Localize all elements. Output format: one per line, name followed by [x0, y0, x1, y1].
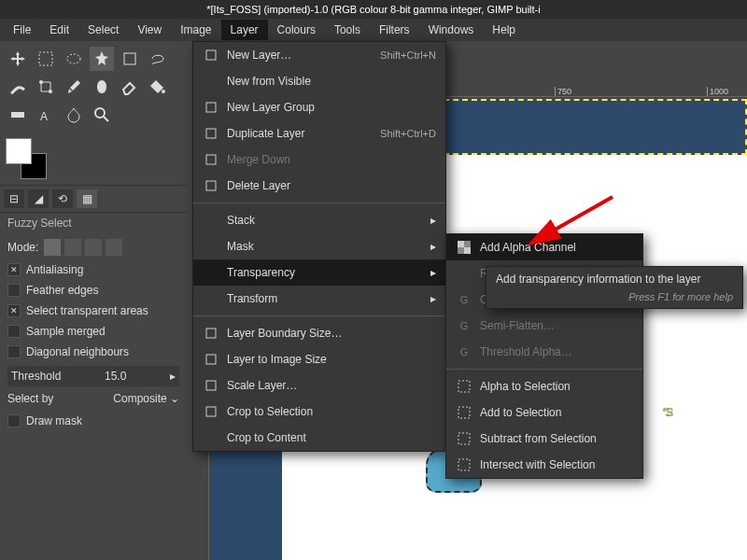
menu-edit[interactable]: Edit: [40, 20, 78, 40]
layer-item-new-layer-group[interactable]: New Layer Group: [193, 94, 445, 120]
rect-select-tool[interactable]: [34, 47, 58, 71]
layer-item-layer-boundary-size-[interactable]: Layer Boundary Size…: [193, 320, 445, 346]
menu-label: New from Visible: [227, 75, 436, 88]
svg-rect-25: [458, 459, 470, 470]
mode-row: Mode:: [7, 235, 179, 259]
menu-icon: [456, 456, 472, 473]
menu-label: Intersect with Selection: [480, 458, 633, 471]
fuzzy-select-tool[interactable]: [90, 47, 114, 71]
menu-icon: [203, 290, 219, 307]
text-tool[interactable]: A: [34, 103, 58, 127]
layer-item-mask[interactable]: Mask▸: [193, 233, 445, 259]
layer-item-scale-layer-[interactable]: Scale Layer…: [193, 372, 445, 399]
layer-item-transparency[interactable]: Transparency▸: [193, 259, 445, 286]
svg-rect-20: [458, 241, 464, 247]
mode-replace[interactable]: [44, 239, 61, 256]
toolbox: A ⊟ ◢ ⟲ ▦ Fuzzy Select Mode: Antialiasin…: [0, 41, 187, 435]
mode-sub[interactable]: [85, 239, 102, 256]
tab-tool[interactable]: ◢: [28, 189, 49, 208]
layer-item-transform[interactable]: Transform▸: [193, 286, 445, 312]
zoom-tool[interactable]: [90, 103, 114, 127]
diagonal-checkbox[interactable]: [7, 345, 21, 358]
menu-icon: [203, 325, 219, 342]
menu-file[interactable]: File: [4, 20, 40, 40]
paintbrush-tool[interactable]: [62, 75, 86, 99]
feather-checkbox[interactable]: [7, 284, 21, 297]
menu-colours[interactable]: Colours: [268, 20, 325, 40]
svg-rect-14: [206, 181, 216, 190]
menu-view[interactable]: View: [128, 20, 171, 40]
drawmask-checkbox[interactable]: [7, 414, 21, 427]
trans-separator: [446, 369, 642, 370]
sample-merged-row[interactable]: Sample merged: [7, 321, 179, 342]
svg-rect-11: [206, 103, 216, 112]
tool-options: Fuzzy Select Mode: Antialiasing Feather …: [0, 212, 187, 435]
layer-item-merge-down: Merge Down: [193, 147, 445, 173]
ellipse-select-tool[interactable]: [62, 47, 86, 71]
color-swatches[interactable]: [6, 138, 47, 179]
gradient-tool[interactable]: [6, 103, 30, 127]
svg-rect-0: [39, 52, 52, 65]
layer-item-new-from-visible[interactable]: New from Visible: [193, 68, 445, 94]
layer-item-crop-to-selection[interactable]: Crop to Selection: [193, 399, 445, 425]
menu-select[interactable]: Select: [78, 20, 128, 40]
trans-item-alpha-to-selection[interactable]: Alpha to Selection: [446, 373, 642, 399]
select-trans-label: Select transparent areas: [26, 304, 148, 317]
warp-tool[interactable]: [6, 75, 30, 99]
menu-icon: [203, 47, 219, 63]
svg-rect-23: [458, 407, 470, 418]
select-trans-checkbox[interactable]: [7, 304, 21, 317]
menu-layer[interactable]: Layer: [221, 20, 268, 40]
trans-item-intersect-with-selection[interactable]: Intersect with Selection: [446, 452, 642, 478]
layer-item-delete-layer[interactable]: Delete Layer: [193, 173, 445, 199]
menu-icon: [456, 239, 472, 256]
free-select-tool[interactable]: [146, 47, 170, 71]
bucket-tool[interactable]: [146, 75, 170, 99]
antialiasing-label: Antialiasing: [26, 263, 83, 276]
mode-add[interactable]: [64, 239, 81, 256]
drawmask-row[interactable]: Draw mask: [7, 411, 179, 431]
trans-item-subtract-from-selection[interactable]: Subtract from Selection: [446, 426, 642, 452]
diagonal-row[interactable]: Diagonal neighbours: [7, 342, 179, 362]
move-tool[interactable]: [6, 47, 30, 71]
antialiasing-checkbox[interactable]: [7, 263, 21, 276]
menu-tools[interactable]: Tools: [325, 20, 370, 40]
threshold-spinner[interactable]: ▸: [170, 370, 176, 383]
layer-item-stack[interactable]: Stack▸: [193, 207, 445, 233]
crop-tool[interactable]: [118, 47, 142, 71]
heal-tool[interactable]: [62, 103, 86, 127]
threshold-row[interactable]: Threshold 15.0 ▸: [7, 366, 179, 386]
transform-tool[interactable]: [34, 75, 58, 99]
tab-undo[interactable]: ⟲: [52, 189, 73, 208]
feather-row[interactable]: Feather edges: [7, 280, 179, 301]
sample-merged-checkbox[interactable]: [7, 325, 21, 338]
menu-icon: G: [456, 317, 472, 334]
svg-line-26: [530, 197, 613, 244]
menu-shortcut: Shift+Ctrl+D: [380, 128, 436, 139]
threshold-value[interactable]: 15.0: [105, 370, 126, 383]
menu-label: Scale Layer…: [227, 379, 436, 392]
smudge-tool[interactable]: [90, 75, 114, 99]
layer-item-layer-to-image-size[interactable]: Layer to Image Size: [193, 346, 445, 372]
menu-shortcut: Shift+Ctrl+N: [380, 49, 436, 61]
selectby-row[interactable]: Select by Composite ⌄: [7, 386, 179, 411]
menu-icon: [456, 378, 472, 395]
layer-item-crop-to-content[interactable]: Crop to Content: [193, 425, 445, 451]
menu-filters[interactable]: Filters: [370, 20, 419, 40]
antialiasing-row[interactable]: Antialiasing: [7, 259, 179, 280]
layer-item-duplicate-layer[interactable]: Duplicate LayerShift+Ctrl+D: [193, 120, 445, 147]
select-trans-row[interactable]: Select transparent areas: [7, 301, 179, 321]
menu-icon: [203, 351, 219, 368]
tab-device[interactable]: ⊟: [4, 189, 24, 208]
menu-image[interactable]: Image: [171, 20, 220, 40]
selectby-value[interactable]: Composite ⌄: [113, 392, 179, 405]
trans-item-add-to-selection[interactable]: Add to Selection: [446, 399, 642, 426]
fg-swatch[interactable]: [6, 138, 32, 164]
menu-help[interactable]: Help: [483, 20, 525, 40]
layer-item-new-layer-[interactable]: New Layer…Shift+Ctrl+N: [193, 42, 445, 68]
mode-intersect[interactable]: [106, 239, 122, 256]
menu-windows[interactable]: Windows: [419, 20, 484, 40]
menu-label: Delete Layer: [227, 179, 436, 192]
tab-images[interactable]: ▦: [77, 189, 97, 208]
eraser-tool[interactable]: [118, 75, 142, 99]
